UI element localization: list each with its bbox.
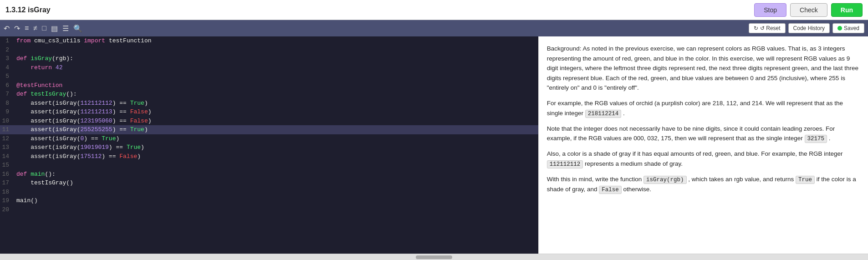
line-number: 18 bbox=[0, 188, 15, 197]
code-span-32175: 32175 bbox=[805, 135, 827, 143]
code-editor[interactable]: 1from cmu_cs3_utils import testFunction2… bbox=[0, 36, 538, 254]
scroll-thumb[interactable] bbox=[416, 255, 452, 259]
line-number: 16 bbox=[0, 170, 15, 179]
check-button[interactable]: Check bbox=[790, 3, 827, 17]
saved-button[interactable]: Saved bbox=[832, 23, 864, 33]
top-bar: 1.3.12 isGray Stop Check Run bbox=[0, 0, 868, 20]
line-number: 3 bbox=[0, 54, 15, 63]
desc-paragraph-3: Note that the integer does not necessari… bbox=[547, 124, 860, 144]
line-code: from cmu_cs3_utils import testFunction bbox=[15, 36, 538, 46]
saved-label: Saved bbox=[844, 25, 859, 31]
desc-paragraph-2: For example, the RGB values of orchid (a… bbox=[547, 98, 860, 118]
line-number: 6 bbox=[0, 81, 15, 90]
description-panel: Background: As noted in the previous exe… bbox=[538, 36, 868, 254]
line-code bbox=[15, 72, 538, 81]
code-line: 15 bbox=[0, 161, 538, 170]
line-code bbox=[15, 161, 538, 170]
code-line: 13 assert(isGray(19019019) == True) bbox=[0, 143, 538, 152]
line-number: 14 bbox=[0, 152, 15, 161]
reset-label: ↺ Reset bbox=[760, 25, 781, 31]
line-number: 1 bbox=[0, 36, 15, 46]
code-line: 19main() bbox=[0, 196, 538, 205]
desc-paragraph-1: Background: As noted in the previous exe… bbox=[547, 44, 860, 93]
line-number: 19 bbox=[0, 196, 15, 205]
code-line: 12 assert(isGray(0) == True) bbox=[0, 134, 538, 143]
search-icon[interactable]: 🔍 bbox=[73, 24, 82, 33]
line-code: def main(): bbox=[15, 170, 538, 179]
code-line: 7def testIsGray(): bbox=[0, 90, 538, 99]
line-number: 17 bbox=[0, 178, 15, 188]
line-code bbox=[15, 46, 538, 55]
line-code: assert(isGray(123195060) == False) bbox=[15, 117, 538, 126]
line-number: 13 bbox=[0, 143, 15, 152]
line-code: assert(isGray(19019019) == True) bbox=[15, 143, 538, 152]
redo-icon[interactable]: ↷ bbox=[14, 24, 20, 33]
code-line: 8 assert(isGray(112112112) == True) bbox=[0, 99, 538, 108]
code-line: 5 bbox=[0, 72, 538, 81]
second-bar: ↶ ↷ ≡ ≠ □ ▤ ☰ 🔍 ↻ ↺ Reset Code History S… bbox=[0, 20, 868, 36]
run-button[interactable]: Run bbox=[831, 3, 863, 17]
line-code bbox=[15, 205, 538, 214]
line-number: 2 bbox=[0, 46, 15, 55]
code-line: 20 bbox=[0, 205, 538, 214]
code-span-112112112: 112112112 bbox=[547, 160, 583, 168]
reset-button[interactable]: ↻ ↺ Reset bbox=[749, 23, 786, 33]
line-number: 11 bbox=[0, 125, 15, 134]
code-line: 16def main(): bbox=[0, 170, 538, 179]
line-number: 5 bbox=[0, 72, 15, 81]
line-code: def testIsGray(): bbox=[15, 90, 538, 99]
page-title: 1.3.12 isGray bbox=[5, 6, 51, 14]
line-number: 12 bbox=[0, 134, 15, 143]
code-line: 6@testFunction bbox=[0, 81, 538, 90]
line-code: main() bbox=[15, 196, 538, 205]
toolbar-right: ↻ ↺ Reset Code History Saved bbox=[749, 23, 864, 33]
undo-icon[interactable]: ↶ bbox=[4, 24, 10, 33]
stop-button[interactable]: Stop bbox=[754, 3, 786, 17]
list-icon[interactable]: ☰ bbox=[62, 24, 69, 33]
code-span-isgray-rgb: isGray(rgb) bbox=[643, 176, 687, 184]
code-line: 17 testIsGray() bbox=[0, 178, 538, 188]
code-line: 10 assert(isGray(123195060) == False) bbox=[0, 117, 538, 126]
code-line: 3def isGray(rgb): bbox=[0, 54, 538, 63]
line-code: testIsGray() bbox=[15, 178, 538, 188]
line-number: 20 bbox=[0, 205, 15, 214]
line-code: def isGray(rgb): bbox=[15, 54, 538, 63]
line-code: @testFunction bbox=[15, 81, 538, 90]
code-line: 9 assert(isGray(112112113) == False) bbox=[0, 107, 538, 117]
code-span-218112214: 218112214 bbox=[585, 110, 622, 118]
code-line: 18 bbox=[0, 188, 538, 197]
format-icon[interactable]: □ bbox=[42, 24, 46, 32]
line-code: assert(isGray(112112113) == False) bbox=[15, 107, 538, 117]
code-table: 1from cmu_cs3_utils import testFunction2… bbox=[0, 36, 538, 214]
line-number: 9 bbox=[0, 107, 15, 117]
top-buttons: Stop Check Run bbox=[754, 3, 863, 17]
code-span-true: True bbox=[796, 176, 815, 184]
code-line: 4 return 42 bbox=[0, 63, 538, 72]
indent-icon[interactable]: ≡ bbox=[25, 24, 29, 32]
code-line: 1from cmu_cs3_utils import testFunction bbox=[0, 36, 538, 46]
unindent-icon[interactable]: ≠ bbox=[33, 24, 37, 32]
table-icon[interactable]: ▤ bbox=[51, 24, 58, 33]
line-number: 15 bbox=[0, 161, 15, 170]
line-number: 10 bbox=[0, 117, 15, 126]
main-area: 1from cmu_cs3_utils import testFunction2… bbox=[0, 36, 868, 254]
line-code: assert(isGray(175112) == False) bbox=[15, 152, 538, 161]
line-code: assert(isGray(255255255) == True) bbox=[15, 125, 538, 134]
line-number: 4 bbox=[0, 63, 15, 72]
reset-icon: ↻ bbox=[754, 25, 758, 31]
desc-paragraph-5: With this in mind, write the function is… bbox=[547, 174, 860, 194]
line-number: 7 bbox=[0, 90, 15, 99]
code-line: 11 assert(isGray(255255255) == True) bbox=[0, 125, 538, 134]
line-code bbox=[15, 188, 538, 197]
code-line: 14 assert(isGray(175112) == False) bbox=[0, 152, 538, 161]
saved-indicator bbox=[837, 26, 842, 31]
horizontal-scrollbar[interactable] bbox=[0, 254, 868, 260]
code-history-button[interactable]: Code History bbox=[788, 23, 830, 33]
toolbar-icons: ↶ ↷ ≡ ≠ □ ▤ ☰ 🔍 bbox=[4, 24, 82, 33]
code-line: 2 bbox=[0, 46, 538, 55]
line-code: assert(isGray(0) == True) bbox=[15, 134, 538, 143]
line-code: assert(isGray(112112112) == True) bbox=[15, 99, 538, 108]
code-span-false: False bbox=[599, 186, 622, 194]
desc-paragraph-4: Also, a color is a shade of gray if it h… bbox=[547, 149, 860, 169]
line-code: return 42 bbox=[15, 63, 538, 72]
